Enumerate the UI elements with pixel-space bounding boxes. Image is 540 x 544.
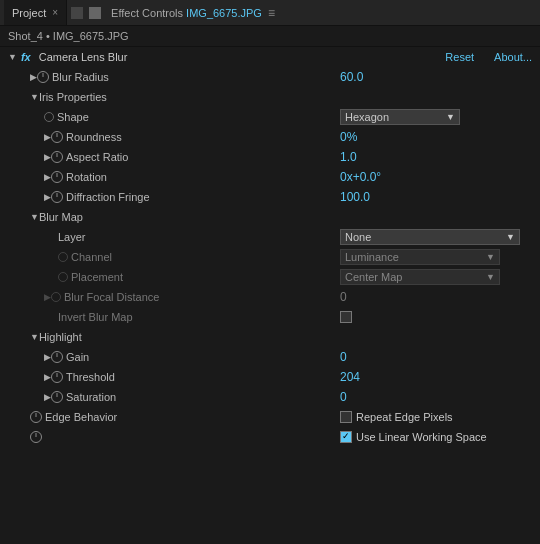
aspect-ratio-stopwatch[interactable]	[51, 151, 63, 163]
blur-map-chevron[interactable]: ▼	[30, 212, 39, 222]
rotation-chevron[interactable]: ▶	[44, 172, 51, 182]
linear-ws-wrap: Use Linear Working Space	[340, 431, 487, 443]
iris-properties-label: Iris Properties	[39, 91, 540, 103]
channel-row: Channel Luminance ▼	[0, 247, 540, 267]
shape-stopwatch[interactable]	[44, 112, 54, 122]
gain-chevron[interactable]: ▶	[44, 352, 51, 362]
invert-blur-label: Invert Blur Map	[44, 311, 340, 323]
diffraction-stopwatch[interactable]	[51, 191, 63, 203]
saturation-value[interactable]: 0	[340, 390, 347, 404]
threshold-value[interactable]: 204	[340, 370, 360, 384]
blur-focal-stopwatch	[51, 292, 61, 302]
roundness-value[interactable]: 0%	[340, 130, 357, 144]
edge-behavior-label: Edge Behavior	[45, 411, 340, 423]
aspect-ratio-value[interactable]: 1.0	[340, 150, 357, 164]
aspect-ratio-label: Aspect Ratio	[66, 151, 340, 163]
invert-blur-map-row: Invert Blur Map	[0, 307, 540, 327]
shape-row: Shape Hexagon ▼	[0, 107, 540, 127]
placement-dropdown: Center Map ▼	[340, 269, 500, 285]
blur-radius-value[interactable]: 60.0	[340, 70, 363, 84]
highlight-label: Highlight	[39, 331, 540, 343]
layer-value: None	[345, 231, 371, 243]
saturation-label: Saturation	[66, 391, 340, 403]
channel-value: Luminance	[345, 251, 399, 263]
effect-header: ▼ fx Camera Lens Blur Reset About...	[0, 47, 540, 67]
blur-radius-row: ▶ Blur Radius 60.0	[0, 67, 540, 87]
linear-ws-stopwatch[interactable]	[30, 431, 42, 443]
blur-radius-label: Blur Radius	[52, 71, 340, 83]
iris-chevron[interactable]: ▼	[30, 92, 39, 102]
tab-project-close[interactable]: ×	[52, 7, 58, 18]
placement-dropdown-arrow: ▼	[486, 272, 495, 282]
threshold-row: ▶ Threshold 204	[0, 367, 540, 387]
shape-dropdown-arrow: ▼	[446, 112, 455, 122]
tab-effect-controls[interactable]: Effect Controls IMG_6675.JPG ≡	[103, 6, 283, 20]
channel-dropdown-arrow: ▼	[486, 252, 495, 262]
placement-stopwatch	[58, 272, 68, 282]
blur-radius-stopwatch[interactable]	[37, 71, 49, 83]
gain-value[interactable]: 0	[340, 350, 347, 364]
color-swatch-icon	[71, 7, 83, 19]
linear-ws-checkbox[interactable]	[340, 431, 352, 443]
threshold-stopwatch[interactable]	[51, 371, 63, 383]
effect-header-left: ▼ fx Camera Lens Blur	[8, 51, 127, 63]
reset-button[interactable]: Reset	[445, 51, 474, 63]
threshold-chevron[interactable]: ▶	[44, 372, 51, 382]
layer-dropdown[interactable]: None ▼	[340, 229, 520, 245]
saturation-stopwatch[interactable]	[51, 391, 63, 403]
gain-stopwatch[interactable]	[51, 351, 63, 363]
aspect-ratio-row: ▶ Aspect Ratio 1.0	[0, 147, 540, 167]
rotation-stopwatch[interactable]	[51, 171, 63, 183]
rotation-row: ▶ Rotation 0x+0.0°	[0, 167, 540, 187]
highlight-chevron[interactable]: ▼	[30, 332, 39, 342]
channel-dropdown: Luminance ▼	[340, 249, 500, 265]
diffraction-fringe-label: Diffraction Fringe	[66, 191, 340, 203]
edge-behavior-row: Edge Behavior Repeat Edge Pixels	[0, 407, 540, 427]
blur-radius-chevron[interactable]: ▶	[30, 72, 37, 82]
repeat-edge-pixels-label: Repeat Edge Pixels	[356, 411, 453, 423]
blur-focal-chevron: ▶	[44, 292, 51, 302]
hamburger-icon[interactable]: ≡	[268, 6, 275, 20]
channel-stopwatch	[58, 252, 68, 262]
diffraction-fringe-row: ▶ Diffraction Fringe 100.0	[0, 187, 540, 207]
layer-label: Layer	[44, 231, 340, 243]
diffraction-chevron[interactable]: ▶	[44, 192, 51, 202]
subtitle-text: Shot_4 • IMG_6675.JPG	[8, 30, 129, 42]
aspect-ratio-chevron[interactable]: ▶	[44, 152, 51, 162]
placement-value: Center Map	[345, 271, 402, 283]
linear-working-space-row: Use Linear Working Space	[0, 427, 540, 447]
subtitle-row: Shot_4 • IMG_6675.JPG	[0, 26, 540, 47]
repeat-edge-pixels-checkbox[interactable]	[340, 411, 352, 423]
saturation-chevron[interactable]: ▶	[44, 392, 51, 402]
linear-ws-label: Use Linear Working Space	[356, 431, 487, 443]
effect-name: Camera Lens Blur	[39, 51, 128, 63]
roundness-chevron[interactable]: ▶	[44, 132, 51, 142]
tab-bar: Project × Effect Controls IMG_6675.JPG ≡	[0, 0, 540, 26]
saturation-row: ▶ Saturation 0	[0, 387, 540, 407]
blur-focal-distance-label: Blur Focal Distance	[64, 291, 340, 303]
diffraction-fringe-value[interactable]: 100.0	[340, 190, 370, 204]
roundness-stopwatch[interactable]	[51, 131, 63, 143]
placement-row: Placement Center Map ▼	[0, 267, 540, 287]
blur-focal-distance-row: ▶ Blur Focal Distance 0	[0, 287, 540, 307]
tab-project-label: Project	[12, 7, 46, 19]
invert-blur-checkbox[interactable]	[340, 311, 352, 323]
about-button[interactable]: About...	[494, 51, 532, 63]
effect-controls-filename: IMG_6675.JPG	[186, 7, 262, 19]
channel-label: Channel	[71, 251, 340, 263]
effect-header-right: Reset About...	[445, 51, 532, 63]
roundness-label: Roundness	[66, 131, 340, 143]
effect-expand-chevron[interactable]: ▼	[8, 52, 17, 62]
edge-behavior-stopwatch[interactable]	[30, 411, 42, 423]
shape-value: Hexagon	[345, 111, 389, 123]
effect-controls-label: Effect Controls	[111, 7, 183, 19]
layer-dropdown-arrow: ▼	[506, 232, 515, 242]
layer-row: Layer None ▼	[0, 227, 540, 247]
blur-focal-distance-value: 0	[340, 290, 347, 304]
tab-project[interactable]: Project ×	[4, 0, 67, 25]
threshold-label: Threshold	[66, 371, 340, 383]
shape-dropdown[interactable]: Hexagon ▼	[340, 109, 460, 125]
rotation-value[interactable]: 0x+0.0°	[340, 170, 381, 184]
highlight-header: ▼ Highlight	[0, 327, 540, 347]
blur-map-header: ▼ Blur Map	[0, 207, 540, 227]
